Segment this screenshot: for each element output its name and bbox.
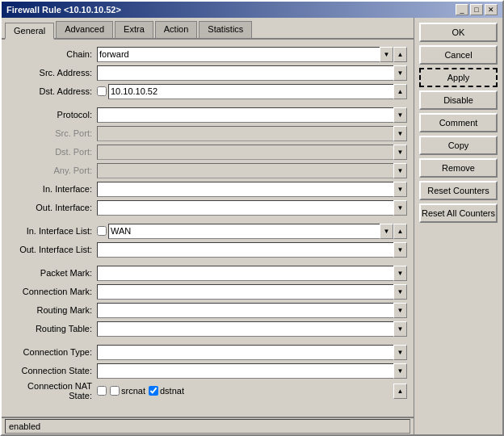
minimize-button[interactable]: _	[456, 4, 468, 15]
in-interface-list-row: In. Interface List: WAN ▼	[8, 223, 407, 239]
protocol-control: ▼	[97, 107, 407, 123]
title-buttons: _ □ ✕	[456, 4, 498, 15]
connection-mark-control: ▼	[97, 284, 407, 300]
apply-button[interactable]: Apply	[419, 68, 498, 87]
dst-port-control: ▼	[97, 145, 407, 160]
connection-state-label: Connection State:	[8, 366, 97, 375]
ok-button[interactable]: OK	[419, 23, 498, 42]
any-port-label: Any. Port:	[8, 166, 97, 175]
chain-up-btn[interactable]: ▲	[393, 47, 407, 62]
any-port-control: ▼	[97, 163, 407, 178]
nat-srcnat-label: srcnat	[110, 386, 145, 396]
dst-address-row: Dst. Address: 10.10.10.52 ▲	[8, 83, 407, 99]
routing-table-control: ▼	[97, 321, 407, 337]
connection-nat-state-label: Connection NAT State:	[8, 381, 97, 400]
reset-all-counters-button[interactable]: Reset All Counters	[419, 203, 498, 223]
src-address-wrapper: ▼	[97, 65, 407, 81]
srcnat-text: srcnat	[121, 386, 145, 396]
comment-button[interactable]: Comment	[419, 113, 498, 132]
src-port-row: Src. Port: ▼	[8, 125, 407, 141]
in-interface-list-checkbox-wrap	[97, 226, 107, 236]
packet-mark-row: Packet Mark: ▼	[8, 265, 407, 281]
routing-mark-wrapper: ▼	[97, 303, 407, 318]
in-interface-list-checkbox[interactable]	[97, 226, 107, 236]
connection-mark-wrapper: ▼	[97, 284, 407, 300]
out-interface-wrapper: ▼	[97, 200, 407, 216]
dst-address-control: 10.10.10.52 ▲	[97, 84, 407, 99]
src-address-select[interactable]	[97, 65, 407, 81]
routing-table-wrapper: ▼	[97, 321, 407, 337]
connection-mark-select[interactable]	[97, 284, 407, 300]
any-port-select[interactable]	[97, 163, 407, 178]
dst-address-checkbox[interactable]	[97, 86, 107, 96]
out-interface-select[interactable]	[97, 200, 407, 216]
copy-button[interactable]: Copy	[419, 136, 498, 155]
in-interface-row: In. Interface: ▼	[8, 181, 407, 197]
protocol-select[interactable]	[97, 107, 407, 123]
connection-mark-label: Connection Mark:	[8, 287, 97, 296]
in-interface-list-up-btn[interactable]: ▲	[393, 224, 407, 239]
connection-state-row: Connection State: ▼	[8, 363, 407, 379]
chain-control: forward ▼ ▲	[97, 47, 407, 62]
form-panel: Chain: forward ▼ ▲	[2, 40, 414, 417]
routing-mark-select[interactable]	[97, 303, 407, 318]
packet-mark-wrapper: ▼	[97, 266, 407, 281]
src-port-wrapper: ▼	[97, 126, 407, 141]
chain-label: Chain:	[8, 49, 97, 59]
chain-select[interactable]: forward	[97, 47, 393, 62]
nat-state-up-btn[interactable]: ▲	[393, 384, 407, 399]
srcnat-checkbox[interactable]	[110, 386, 120, 396]
src-address-row: Src. Address: ▼	[8, 65, 407, 81]
dst-port-select[interactable]	[97, 145, 407, 160]
remove-button[interactable]: Remove	[419, 158, 498, 178]
out-interface-list-select[interactable]	[97, 242, 407, 258]
connection-type-select[interactable]	[97, 345, 407, 360]
routing-mark-label: Routing Mark:	[8, 305, 97, 315]
src-address-control: ▼	[97, 65, 407, 81]
routing-mark-row: Routing Mark: ▼	[8, 302, 407, 318]
in-interface-wrapper: ▼	[97, 182, 407, 197]
maximize-button[interactable]: □	[470, 4, 483, 15]
dstnat-text: dstnat	[160, 386, 184, 396]
disable-button[interactable]: Disable	[419, 90, 498, 110]
in-interface-select[interactable]	[97, 182, 407, 197]
connection-state-control: ▼	[97, 363, 407, 379]
reset-counters-button[interactable]: Reset Counters	[419, 181, 498, 200]
dst-address-select[interactable]: 10.10.10.52	[108, 84, 407, 99]
tab-extra[interactable]: Extra	[115, 21, 153, 38]
routing-table-label: Routing Table:	[8, 324, 97, 333]
packet-mark-select[interactable]	[97, 266, 407, 281]
in-interface-list-select[interactable]: WAN	[108, 224, 393, 239]
out-interface-label: Out. Interface:	[8, 203, 97, 212]
main-window: Firewall Rule <10.10.10.52> _ □ ✕ Genera…	[0, 0, 504, 436]
packet-mark-control: ▼	[97, 266, 407, 281]
status-text: enabled	[9, 421, 40, 431]
src-port-select[interactable]	[97, 126, 407, 141]
connection-state-select[interactable]	[97, 363, 407, 379]
connection-nat-state-control: srcnat dstnat ▲	[97, 384, 407, 399]
right-panel: OK Cancel Apply Disable Comment Copy Rem…	[414, 18, 502, 434]
close-button[interactable]: ✕	[485, 4, 498, 15]
packet-mark-label: Packet Mark:	[8, 268, 97, 278]
connection-type-label: Connection Type:	[8, 347, 97, 357]
any-port-wrapper: ▼	[97, 163, 407, 178]
status-panel: enabled	[5, 419, 410, 434]
tab-advanced[interactable]: Advanced	[56, 21, 113, 38]
dst-address-label: Dst. Address:	[8, 86, 97, 96]
out-interface-list-row: Out. Interface List: ▼	[8, 241, 407, 258]
protocol-label: Protocol:	[8, 110, 97, 119]
content-area: General Advanced Extra Action Statistics…	[2, 18, 502, 434]
window-title: Firewall Rule <10.10.10.52>	[6, 5, 121, 15]
tab-statistics[interactable]: Statistics	[199, 21, 252, 38]
in-interface-list-wrapper: WAN ▼	[108, 224, 393, 239]
dstnat-checkbox[interactable]	[149, 386, 158, 396]
chain-select-wrap: forward ▼ ▲	[97, 47, 407, 62]
in-interface-label: In. Interface:	[8, 184, 97, 194]
dst-address-wrapper: 10.10.10.52 ▲	[108, 84, 407, 99]
tab-general[interactable]: General	[5, 23, 54, 40]
nat-state-checkbox1[interactable]	[97, 386, 107, 396]
routing-table-select[interactable]	[97, 321, 407, 337]
cancel-button[interactable]: Cancel	[419, 45, 498, 65]
tab-action[interactable]: Action	[155, 21, 198, 38]
routing-mark-control: ▼	[97, 303, 407, 318]
